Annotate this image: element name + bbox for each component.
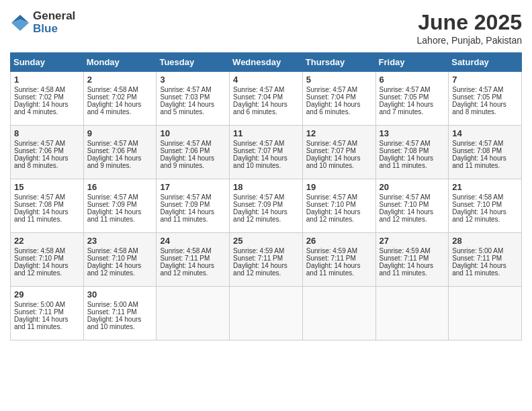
cell-text: and 4 minutes.	[87, 108, 153, 116]
cell-text: Sunset: 7:11 PM	[160, 255, 226, 262]
cell-text: Sunrise: 4:59 AM	[233, 247, 299, 255]
cell-text: Sunrise: 4:57 AM	[306, 140, 372, 147]
cell-text: and 10 minutes.	[306, 162, 372, 169]
calendar-cell: 2Sunrise: 4:58 AMSunset: 7:02 PMDaylight…	[83, 72, 157, 126]
cell-text: Daylight: 14 hours	[380, 101, 445, 108]
day-number: 13	[380, 128, 445, 138]
logo-general: General	[33, 10, 75, 23]
logo: General Blue	[10, 10, 75, 35]
cell-text: and 11 minutes.	[380, 162, 445, 169]
cell-text: and 10 minutes.	[233, 162, 299, 169]
cell-text: Daylight: 14 hours	[14, 154, 80, 162]
cell-text: Sunset: 7:10 PM	[380, 201, 445, 208]
calendar-cell: 17Sunrise: 4:57 AMSunset: 7:09 PMDayligh…	[157, 179, 230, 233]
calendar-cell: 14Sunrise: 4:57 AMSunset: 7:08 PMDayligh…	[449, 126, 522, 179]
cell-text: Sunrise: 4:58 AM	[14, 86, 80, 93]
day-number: 11	[233, 128, 299, 138]
cell-text: Sunrise: 4:57 AM	[306, 86, 372, 93]
header-row: Sunday Monday Tuesday Wednesday Thursday…	[11, 53, 522, 72]
cell-text: Sunset: 7:06 PM	[14, 147, 80, 154]
calendar-cell: 23Sunrise: 4:58 AMSunset: 7:10 PMDayligh…	[83, 233, 157, 287]
cell-text: Sunset: 7:02 PM	[87, 93, 153, 101]
cell-text: Sunset: 7:11 PM	[233, 255, 299, 262]
day-number: 15	[14, 182, 80, 192]
cell-text: Sunrise: 4:58 AM	[14, 247, 80, 255]
cell-text: Sunset: 7:08 PM	[452, 147, 518, 154]
cell-text: Sunset: 7:11 PM	[87, 308, 153, 316]
calendar-cell: 20Sunrise: 4:57 AMSunset: 7:10 PMDayligh…	[375, 179, 449, 233]
cell-text: and 12 minutes.	[306, 216, 372, 223]
header-saturday: Saturday	[449, 53, 522, 72]
day-number: 29	[14, 289, 80, 300]
cell-text: Sunrise: 4:57 AM	[160, 193, 226, 201]
calendar-cell: 13Sunrise: 4:57 AMSunset: 7:08 PMDayligh…	[375, 126, 449, 179]
header-tuesday: Tuesday	[157, 53, 230, 72]
cell-text: Daylight: 14 hours	[87, 262, 153, 269]
cell-text: Daylight: 14 hours	[380, 154, 445, 162]
cell-text: Daylight: 14 hours	[233, 208, 299, 216]
cell-text: Daylight: 14 hours	[452, 262, 518, 269]
cell-text: Sunset: 7:03 PM	[160, 93, 226, 101]
calendar-table: Sunday Monday Tuesday Wednesday Thursday…	[10, 52, 522, 340]
day-number: 26	[306, 236, 372, 246]
cell-text: Sunset: 7:09 PM	[160, 201, 226, 208]
day-number: 4	[233, 75, 299, 85]
cell-text: Daylight: 14 hours	[306, 262, 372, 269]
cell-text: Sunset: 7:09 PM	[233, 201, 299, 208]
cell-text: and 8 minutes.	[452, 108, 518, 116]
calendar-week-5: 29Sunrise: 5:00 AMSunset: 7:11 PMDayligh…	[11, 287, 522, 340]
cell-text: and 11 minutes.	[452, 162, 518, 169]
day-number: 24	[160, 236, 226, 246]
day-number: 22	[14, 236, 80, 246]
cell-text: Daylight: 14 hours	[14, 316, 80, 323]
day-number: 1	[14, 75, 80, 85]
cell-text: Sunrise: 4:57 AM	[452, 86, 518, 93]
calendar-cell	[157, 287, 230, 340]
day-number: 20	[380, 182, 445, 192]
calendar-week-2: 8Sunrise: 4:57 AMSunset: 7:06 PMDaylight…	[11, 126, 522, 179]
calendar-cell: 26Sunrise: 4:59 AMSunset: 7:11 PMDayligh…	[302, 233, 375, 287]
calendar-cell: 5Sunrise: 4:57 AMSunset: 7:04 PMDaylight…	[302, 72, 375, 126]
calendar-cell: 25Sunrise: 4:59 AMSunset: 7:11 PMDayligh…	[230, 233, 303, 287]
day-number: 6	[380, 75, 445, 85]
cell-text: Sunset: 7:11 PM	[306, 255, 372, 262]
calendar-cell: 27Sunrise: 4:59 AMSunset: 7:11 PMDayligh…	[375, 233, 449, 287]
cell-text: Daylight: 14 hours	[160, 154, 226, 162]
cell-text: Sunset: 7:10 PM	[87, 255, 153, 262]
cell-text: Daylight: 14 hours	[87, 154, 153, 162]
cell-text: Sunrise: 4:57 AM	[233, 193, 299, 201]
day-number: 12	[306, 128, 372, 138]
cell-text: Daylight: 14 hours	[306, 101, 372, 108]
cell-text: and 12 minutes.	[160, 269, 226, 277]
cell-text: Daylight: 14 hours	[380, 262, 445, 269]
cell-text: Daylight: 14 hours	[452, 154, 518, 162]
cell-text: Daylight: 14 hours	[160, 208, 226, 216]
cell-text: Daylight: 14 hours	[452, 101, 518, 108]
day-number: 27	[380, 236, 445, 246]
day-number: 14	[452, 128, 518, 138]
cell-text: Sunrise: 4:57 AM	[233, 140, 299, 147]
cell-text: Sunrise: 4:57 AM	[380, 193, 445, 201]
cell-text: Sunrise: 4:57 AM	[160, 140, 226, 147]
calendar-cell: 12Sunrise: 4:57 AMSunset: 7:07 PMDayligh…	[302, 126, 375, 179]
cell-text: Daylight: 14 hours	[87, 101, 153, 108]
cell-text: and 11 minutes.	[306, 269, 372, 277]
calendar-cell: 10Sunrise: 4:57 AMSunset: 7:06 PMDayligh…	[157, 126, 230, 179]
cell-text: Sunset: 7:07 PM	[233, 147, 299, 154]
calendar-cell	[230, 287, 303, 340]
logo-icon	[10, 13, 30, 33]
calendar-cell: 9Sunrise: 4:57 AMSunset: 7:06 PMDaylight…	[83, 126, 157, 179]
day-number: 10	[160, 128, 226, 138]
cell-text: and 5 minutes.	[160, 108, 226, 116]
cell-text: Sunrise: 4:58 AM	[160, 247, 226, 255]
calendar-cell: 18Sunrise: 4:57 AMSunset: 7:09 PMDayligh…	[230, 179, 303, 233]
cell-text: Sunrise: 5:00 AM	[14, 301, 80, 308]
cell-text: Daylight: 14 hours	[233, 262, 299, 269]
cell-text: Sunrise: 4:59 AM	[306, 247, 372, 255]
cell-text: and 12 minutes.	[233, 216, 299, 223]
calendar-cell	[449, 287, 522, 340]
cell-text: Sunrise: 4:57 AM	[160, 86, 226, 93]
cell-text: Daylight: 14 hours	[233, 101, 299, 108]
cell-text: and 8 minutes.	[14, 162, 80, 169]
cell-text: Sunrise: 4:57 AM	[380, 86, 445, 93]
